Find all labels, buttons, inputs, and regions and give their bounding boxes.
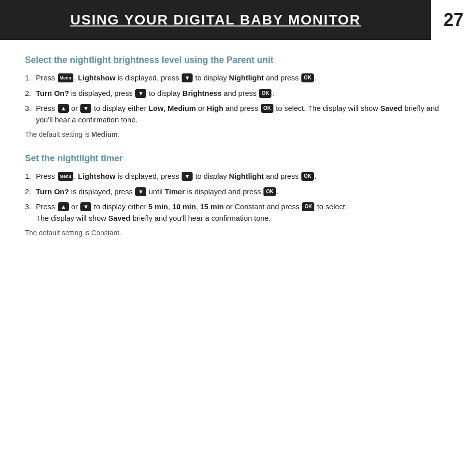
arrow-up-icon: ▴: [58, 202, 69, 211]
header-title: USING YOUR DIGITAL BABY MONITOR: [70, 12, 361, 28]
step2-1: 1. Press Menu. Lightshow is displayed, p…: [25, 171, 451, 182]
step-num: 1.: [25, 171, 36, 182]
ok-button-icon: OK: [301, 73, 314, 82]
section2-default: The default setting is Constant.: [25, 229, 451, 237]
section1-heading: Select the nightlight brightness level u…: [25, 55, 451, 65]
arrow-up-icon: ▴: [58, 104, 69, 113]
step1-2: 2. Turn On? is displayed, press ▾ to dis…: [25, 88, 451, 99]
step-content: Press Menu. Lightshow is displayed, pres…: [36, 72, 451, 84]
step-content: Press ▴ or ▾ to display either Low, Medi…: [36, 103, 451, 125]
section1-default: The default setting is Medium.: [25, 130, 451, 138]
ok-button-icon: OK: [302, 202, 314, 211]
header-page-number: 27: [444, 9, 464, 30]
step-content: Press ▴ or ▾ to display either 5 min, 10…: [36, 201, 451, 224]
step-num: 3.: [25, 103, 36, 114]
step-num: 1.: [25, 72, 36, 84]
step-content: Turn On? is displayed, press ▾ until Tim…: [36, 186, 451, 198]
header: USING YOUR DIGITAL BABY MONITOR 27: [0, 0, 476, 40]
ok-button-icon: OK: [301, 172, 314, 181]
menu-button-icon: Menu: [58, 172, 74, 181]
step-num: 3.: [25, 201, 36, 213]
arrow-down-icon: ▾: [135, 187, 146, 196]
arrow-down-icon: ▾: [80, 104, 91, 113]
arrow-down-icon: ▾: [80, 202, 91, 211]
step1-3: 3. Press ▴ or ▾ to display either Low, M…: [25, 103, 451, 125]
menu-button-icon: Menu: [58, 73, 74, 82]
arrow-down-icon: ▾: [182, 172, 193, 181]
step1-1: 1. Press Menu. Lightshow is displayed, p…: [25, 72, 451, 84]
section2-steps: 1. Press Menu. Lightshow is displayed, p…: [25, 171, 451, 224]
step2-3: 3. Press ▴ or ▾ to display either 5 min,…: [25, 201, 451, 224]
section1: Select the nightlight brightness level u…: [25, 55, 451, 138]
section2: Set the nightlight timer 1. Press Menu. …: [25, 153, 451, 237]
header-page-number-block: 27: [431, 0, 476, 40]
step-content: Turn On? is displayed, press ▾ to displa…: [36, 88, 451, 99]
step-num: 2.: [25, 186, 36, 198]
section1-steps: 1. Press Menu. Lightshow is displayed, p…: [25, 72, 451, 125]
step-content: Press Menu. Lightshow is displayed, pres…: [36, 171, 451, 182]
step2-2: 2. Turn On? is displayed, press ▾ until …: [25, 186, 451, 198]
ok-button-icon: OK: [259, 89, 271, 98]
section2-heading: Set the nightlight timer: [25, 153, 451, 164]
content: Select the nightlight brightness level u…: [0, 40, 476, 267]
step-num: 2.: [25, 88, 36, 99]
header-title-block: USING YOUR DIGITAL BABY MONITOR: [0, 0, 431, 40]
ok-button-icon: OK: [263, 187, 276, 196]
ok-button-icon: OK: [261, 104, 273, 113]
arrow-down-icon: ▾: [182, 73, 193, 82]
arrow-down-icon: ▾: [135, 89, 146, 98]
